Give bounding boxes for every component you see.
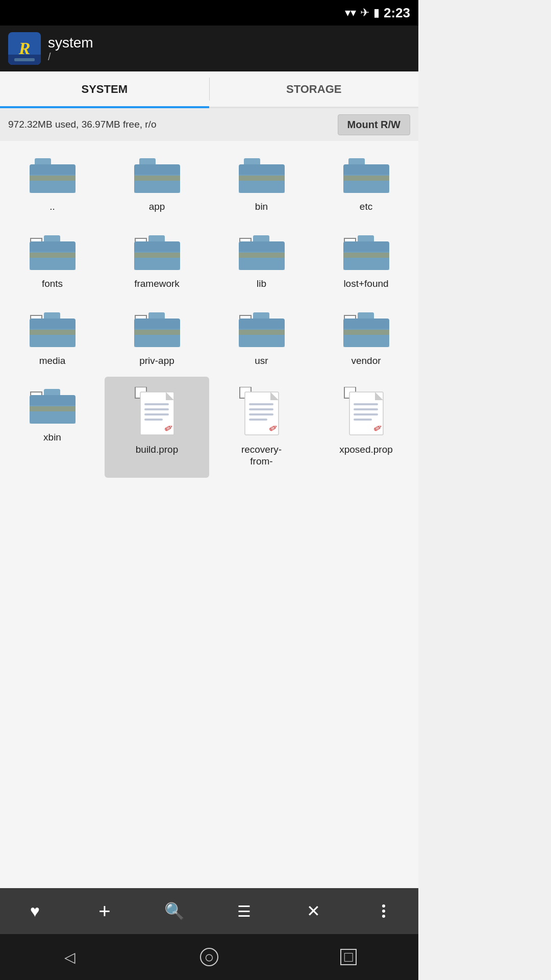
back-button[interactable]: ◁: [52, 939, 88, 975]
list-item[interactable]: media: [0, 300, 105, 377]
svg-rect-11: [239, 175, 285, 193]
svg-rect-20: [30, 252, 76, 270]
svg-rect-83: [354, 419, 372, 421]
back-icon: ◁: [64, 949, 76, 966]
battery-icon: ▮: [373, 6, 380, 19]
app-header: R system /: [0, 26, 418, 71]
plus-icon: +: [98, 900, 110, 923]
svg-rect-55: [343, 329, 389, 347]
file-label: recovery-from-: [241, 444, 282, 468]
header-path: /: [48, 51, 93, 63]
file-label: lost+found: [343, 278, 388, 290]
list-item[interactable]: bin: [209, 146, 314, 223]
svg-rect-45: [134, 329, 180, 347]
file-label: build.prop: [136, 444, 178, 456]
folder-icon: [239, 156, 285, 195]
home-button[interactable]: ○: [191, 939, 227, 975]
svg-rect-75: [249, 419, 267, 421]
svg-rect-15: [343, 175, 389, 193]
list-item[interactable]: ✏ recovery-from-: [209, 377, 314, 478]
file-label: bin: [255, 201, 268, 213]
list-item[interactable]: priv-app: [105, 300, 209, 377]
list-item[interactable]: app: [105, 146, 209, 223]
folder-icon: [30, 310, 76, 349]
file-label: ..: [49, 201, 55, 213]
close-button[interactable]: ✕: [298, 896, 329, 926]
list-item[interactable]: ✏ build.prop: [105, 377, 209, 478]
folder-icon: [239, 233, 285, 272]
folder-icon: [343, 156, 389, 195]
file-label: usr: [255, 355, 268, 367]
folder-icon: [30, 387, 76, 426]
file-label: media: [39, 355, 66, 367]
file-grid: .. app bin: [0, 141, 418, 888]
svg-rect-50: [239, 329, 285, 347]
folder-icon: [134, 156, 180, 195]
svg-rect-30: [239, 252, 285, 270]
file-icon: ✏: [343, 387, 389, 438]
mount-rw-button[interactable]: Mount R/W: [338, 114, 410, 135]
home-icon: ○: [200, 948, 218, 966]
more-icon: [382, 904, 385, 918]
list-item[interactable]: etc: [314, 146, 418, 223]
list-item[interactable]: fonts: [0, 223, 105, 300]
folder-icon: [134, 233, 180, 272]
svg-rect-72: [249, 403, 273, 405]
bottom-toolbar: ♥ + 🔍 ☰ ✕: [0, 888, 418, 934]
file-icon: ✏: [134, 387, 180, 438]
svg-rect-81: [354, 408, 378, 410]
clock: 2:23: [384, 5, 410, 21]
file-icon: ✏: [239, 387, 285, 438]
svg-rect-60: [30, 405, 76, 424]
svg-rect-3: [30, 175, 76, 193]
file-label: lib: [257, 278, 266, 290]
folder-icon: [30, 156, 76, 195]
add-button[interactable]: +: [89, 896, 120, 926]
tab-bar: SYSTEM STORAGE: [0, 71, 418, 108]
storage-info-bar: 972.32MB used, 36.97MB free, r/o Mount R…: [0, 108, 418, 141]
svg-rect-35: [343, 252, 389, 270]
android-nav-bar: ◁ ○ □: [0, 934, 418, 980]
svg-rect-73: [249, 408, 273, 410]
header-app-name: system: [48, 35, 93, 51]
list-item[interactable]: ..: [0, 146, 105, 223]
heart-icon: ♥: [30, 902, 40, 921]
favorite-button[interactable]: ♥: [19, 896, 50, 926]
list-item[interactable]: vendor: [314, 300, 418, 377]
wifi-icon: ▾▾: [345, 6, 356, 19]
svg-rect-74: [249, 413, 273, 415]
app-logo: R: [8, 32, 41, 65]
file-label: xposed.prop: [339, 444, 393, 456]
search-button[interactable]: 🔍: [159, 896, 190, 926]
folder-icon: [343, 310, 389, 349]
more-options-button[interactable]: [368, 896, 399, 926]
svg-rect-67: [144, 419, 163, 421]
list-item[interactable]: ✏ xposed.prop: [314, 377, 418, 478]
tab-storage[interactable]: STORAGE: [210, 71, 419, 107]
list-item[interactable]: usr: [209, 300, 314, 377]
list-item[interactable]: lost+found: [314, 223, 418, 300]
recents-button[interactable]: □: [331, 939, 366, 975]
list-item[interactable]: framework: [105, 223, 209, 300]
folder-icon: [239, 310, 285, 349]
sort-button[interactable]: ☰: [229, 896, 259, 926]
storage-info-text: 972.32MB used, 36.97MB free, r/o: [8, 119, 332, 130]
recents-icon: □: [340, 949, 357, 965]
file-label: xbin: [43, 432, 61, 444]
list-item[interactable]: xbin: [0, 377, 105, 478]
svg-rect-25: [134, 252, 180, 270]
svg-rect-66: [144, 413, 169, 415]
folder-icon: [343, 233, 389, 272]
file-label: app: [149, 201, 165, 213]
file-label: framework: [134, 278, 180, 290]
close-icon: ✕: [307, 901, 320, 921]
file-label: etc: [360, 201, 372, 213]
airplane-icon: ✈: [360, 6, 369, 19]
svg-rect-80: [354, 403, 378, 405]
list-item[interactable]: lib: [209, 223, 314, 300]
svg-rect-64: [144, 403, 169, 405]
logo-bottom-bar: [8, 55, 41, 65]
tab-system[interactable]: SYSTEM: [0, 71, 209, 107]
svg-rect-65: [144, 408, 169, 410]
svg-rect-7: [134, 175, 180, 193]
